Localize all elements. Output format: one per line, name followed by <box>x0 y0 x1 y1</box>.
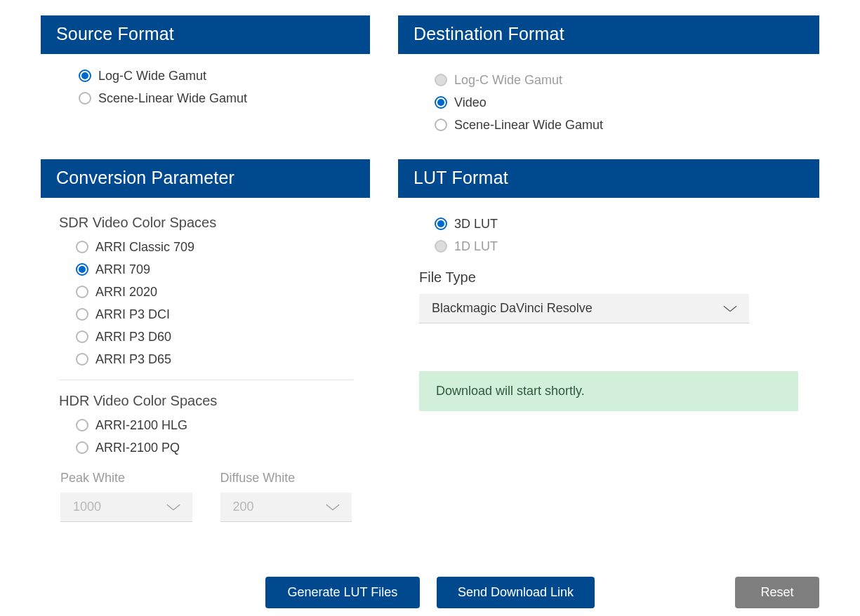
generate-lut-button[interactable]: Generate LUT Files <box>265 577 420 608</box>
radio-label: 1D LUT <box>454 239 498 254</box>
conversion-parameter-panel: Conversion Parameter SDR Video Color Spa… <box>41 159 370 528</box>
chevron-down-icon <box>722 304 738 313</box>
source-format-option[interactable]: Scene-Linear Wide Gamut <box>79 89 353 107</box>
radio-label: 3D LUT <box>454 217 498 232</box>
chevron-down-icon <box>166 503 181 511</box>
chevron-down-icon <box>325 503 340 511</box>
radio-label: Video <box>454 95 487 110</box>
send-download-link-button[interactable]: Send Download Link <box>437 577 595 608</box>
radio-label: ARRI P3 D60 <box>95 330 171 344</box>
radio-label: Log-C Wide Gamut <box>454 73 562 88</box>
radio-label: ARRI 2020 <box>95 285 157 300</box>
source-format-title: Source Format <box>41 15 370 54</box>
radio-label: Scene-Linear Wide Gamut <box>98 91 247 106</box>
destination-format-panel: Destination Format Log-C Wide GamutVideo… <box>398 15 819 140</box>
file-type-value: Blackmagic DaVinci Resolve <box>432 301 593 316</box>
radio-label: ARRI-2100 HLG <box>95 418 187 433</box>
conversion-title: Conversion Parameter <box>41 159 370 198</box>
sdr-colorspace-option[interactable]: ARRI P3 DCI <box>76 305 353 323</box>
lut-format-panel: LUT Format 3D LUT1D LUT File Type Blackm… <box>398 159 819 528</box>
sdr-colorspace-option[interactable]: ARRI P3 D65 <box>76 350 353 368</box>
diffuse-white-group: Diffuse White 200 <box>220 471 352 522</box>
source-format-option[interactable]: Log-C Wide Gamut <box>79 67 353 85</box>
radio-icon <box>76 263 88 276</box>
destination-format-option: Log-C Wide Gamut <box>435 71 798 89</box>
diffuse-white-label: Diffuse White <box>220 471 352 486</box>
peak-white-group: Peak White 1000 <box>60 471 192 522</box>
radio-icon <box>435 217 447 230</box>
hdr-colorspace-option[interactable]: ARRI-2100 HLG <box>76 416 353 434</box>
file-type-label: File Type <box>419 269 798 286</box>
radio-label: Scene-Linear Wide Gamut <box>454 118 603 133</box>
lut-type-option[interactable]: 3D LUT <box>435 215 798 233</box>
file-type-select[interactable]: Blackmagic DaVinci Resolve <box>419 294 749 323</box>
peak-white-label: Peak White <box>60 471 192 486</box>
destination-format-option[interactable]: Scene-Linear Wide Gamut <box>435 116 798 134</box>
hdr-colorspace-option[interactable]: ARRI-2100 PQ <box>76 438 353 457</box>
radio-icon <box>76 241 88 253</box>
diffuse-white-select: 200 <box>220 493 352 522</box>
radio-icon <box>435 74 447 86</box>
peak-white-select: 1000 <box>60 493 192 522</box>
radio-label: ARRI 709 <box>95 262 150 277</box>
peak-white-value: 1000 <box>73 500 101 514</box>
radio-icon <box>76 353 88 366</box>
diffuse-white-value: 200 <box>233 500 254 514</box>
sdr-colorspace-option[interactable]: ARRI 709 <box>76 260 353 279</box>
radio-label: ARRI Classic 709 <box>95 240 194 255</box>
lut-type-option: 1D LUT <box>435 237 798 255</box>
divider <box>59 380 353 380</box>
button-row: Generate LUT Files Send Download Link Re… <box>41 577 819 608</box>
radio-icon <box>79 92 91 105</box>
source-format-panel: Source Format Log-C Wide GamutScene-Line… <box>41 15 370 140</box>
radio-label: ARRI P3 D65 <box>95 352 171 367</box>
sdr-colorspace-option[interactable]: ARRI 2020 <box>76 283 353 301</box>
sdr-label: SDR Video Color Spaces <box>59 215 353 231</box>
download-notice: Download will start shortly. <box>419 371 798 411</box>
radio-icon <box>76 286 88 298</box>
destination-format-option[interactable]: Video <box>435 93 798 112</box>
lut-format-title: LUT Format <box>398 159 819 198</box>
sdr-colorspace-option[interactable]: ARRI Classic 709 <box>76 238 353 256</box>
radio-icon <box>79 69 91 82</box>
sdr-colorspace-option[interactable]: ARRI P3 D60 <box>76 328 353 346</box>
radio-label: ARRI P3 DCI <box>95 307 170 322</box>
radio-icon <box>435 240 447 253</box>
radio-icon <box>76 308 88 321</box>
radio-icon <box>435 119 447 131</box>
radio-label: ARRI-2100 PQ <box>95 441 180 455</box>
reset-button[interactable]: Reset <box>735 577 819 608</box>
radio-icon <box>76 441 88 454</box>
destination-format-title: Destination Format <box>398 15 819 54</box>
radio-icon <box>76 330 88 343</box>
radio-icon <box>76 419 88 431</box>
radio-label: Log-C Wide Gamut <box>98 69 206 83</box>
hdr-label: HDR Video Color Spaces <box>59 393 353 409</box>
radio-icon <box>435 96 447 109</box>
